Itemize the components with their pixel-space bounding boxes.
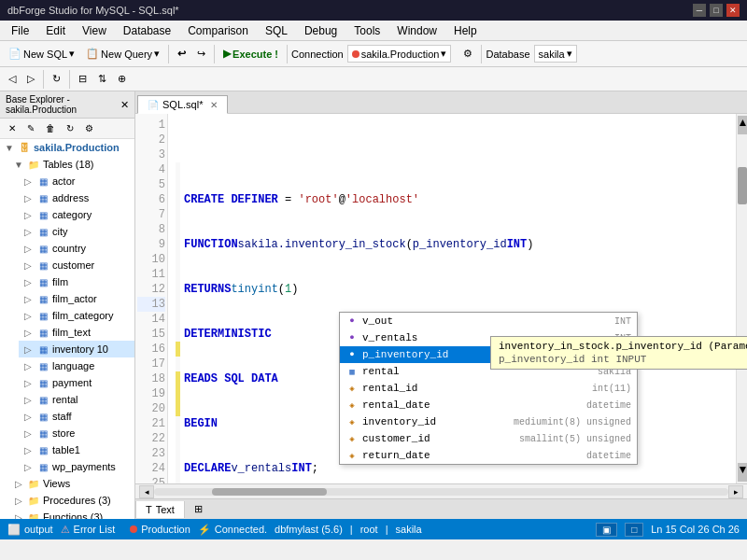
tree-views[interactable]: ▷ 📁 Views [9, 475, 134, 492]
scroll-down-button[interactable]: ▼ [738, 463, 747, 482]
menu-edit[interactable]: Edit [38, 22, 73, 39]
redo-button[interactable]: ↪ [192, 45, 210, 63]
tree-procedures[interactable]: ▷ 📁 Procedures (3) [9, 492, 134, 509]
tree-actor[interactable]: ▷ ▦ actor [19, 173, 134, 189]
tree-film-actor[interactable]: ▷ ▦ film_actor [19, 290, 134, 307]
scroll-thumb[interactable] [738, 167, 747, 204]
tree-wp-payments[interactable]: ▷ ▦ wp_payments [19, 458, 134, 475]
new-query-button[interactable]: 📋 New Query ▾ [81, 45, 164, 63]
tree-film-text[interactable]: ▷ ▦ film_text [19, 324, 134, 341]
menu-debug[interactable]: Debug [297, 22, 345, 39]
ac-item-customerid[interactable]: ◈ customer_id smallint(5) unsigned [340, 430, 637, 447]
menu-help[interactable]: Help [446, 22, 485, 39]
connection-dropdown[interactable]: sakila.Production ▾ [347, 45, 452, 63]
connection-label: Connection [291, 49, 344, 60]
scroll-left-button[interactable]: ◂ [139, 485, 154, 498]
horizontal-scrollbar[interactable]: ◂ ▸ [135, 483, 747, 498]
tree-language[interactable]: ▷ ▦ language [19, 357, 134, 374]
menu-view[interactable]: View [75, 22, 114, 39]
status-error-list[interactable]: ⚠ Error List [61, 524, 116, 536]
close-button[interactable]: ✕ [726, 4, 740, 17]
vertical-scrollbar[interactable]: ▲ ▼ [736, 114, 747, 483]
tooltip-detail: p_inventory_id int INPUT [499, 354, 747, 365]
filter-button[interactable]: ⊟ [74, 70, 92, 88]
sort-button[interactable]: ⇅ [93, 70, 111, 88]
status-bar: ⬜ output ⚠ Error List Production ⚡ Conne… [0, 519, 747, 539]
tree-functions[interactable]: ▷ 📁 Functions (3) [9, 509, 134, 519]
tree-inventory[interactable]: ▷ ▦ inventory 10 [19, 341, 134, 357]
table-icon: ▦ [36, 410, 49, 423]
table-icon: ▦ [345, 365, 359, 378]
sidebar-close-button[interactable]: ✕ [120, 99, 129, 111]
new-sql-icon: 📄 [8, 48, 21, 60]
status-connected: ⚡ Connected. [198, 524, 267, 536]
sidebar-edit-button[interactable]: ✎ [22, 120, 39, 136]
new-sql-button[interactable]: 📄 New SQL ▾ [4, 45, 79, 63]
menu-comparison[interactable]: Comparison [180, 22, 256, 39]
sidebar-delete-button[interactable]: 🗑 [41, 120, 60, 136]
tree-tables-group[interactable]: ▼ 📁 Tables (18) [9, 156, 134, 173]
tree-root-label: sakila.Production [34, 142, 120, 153]
tables-label: Tables (18) [43, 159, 93, 170]
tree-film-category[interactable]: ▷ ▦ film_category [19, 307, 134, 324]
chevron-down-icon4: ▾ [567, 48, 572, 60]
tree-rental[interactable]: ▷ ▦ rental [19, 391, 134, 408]
grid-tab[interactable]: ⊞ [185, 500, 212, 518]
ac-item-returndate[interactable]: ◈ return_date datetime [340, 447, 637, 464]
tree-customer[interactable]: ▷ ▦ customer [19, 257, 134, 273]
chevron-down-icon3: ▾ [441, 48, 446, 60]
group-button[interactable]: ⊕ [113, 70, 131, 88]
status-version: dbfmylast (5.6) [275, 524, 343, 535]
code-line: CREATE DEFINER = 'root'@'localhost' [184, 192, 728, 207]
main-content: Base Explorer - sakila.Production ✕ ✕ ✎ … [0, 91, 747, 519]
undo-button[interactable]: ↩ [173, 45, 190, 63]
tab-label: SQL.sql* [162, 99, 203, 110]
sql-tab[interactable]: 📄 SQL.sql* ✕ [137, 95, 228, 114]
tree-city[interactable]: ▷ ▦ city [19, 223, 134, 240]
minimize-button[interactable]: ─ [693, 4, 706, 17]
tree-store[interactable]: ▷ ▦ store [19, 425, 134, 441]
menu-file[interactable]: File [4, 22, 36, 39]
tree-address[interactable]: ▷ ▦ address [19, 189, 134, 206]
sidebar-refresh-button[interactable]: ↻ [62, 120, 78, 136]
scroll-up-button[interactable]: ▲ [738, 116, 747, 134]
table-icon: ▦ [36, 225, 49, 238]
menu-sql[interactable]: SQL [258, 22, 295, 39]
tree-country[interactable]: ▷ ▦ country [19, 240, 134, 257]
ac-item-inventoryid[interactable]: ◈ inventory_id mediumint(8) unsigned [340, 413, 637, 430]
scroll-right-button[interactable]: ▸ [728, 485, 743, 498]
layout-button1[interactable]: ▣ [596, 523, 617, 537]
separator6 [69, 70, 70, 89]
layout-button2[interactable]: □ [625, 523, 643, 537]
sidebar-add-button[interactable]: ✕ [4, 120, 21, 136]
ac-item-vout[interactable]: ● v_out INT [340, 313, 637, 329]
connection-settings-button[interactable]: ⚙ [458, 45, 477, 63]
text-tab[interactable]: T Text [135, 501, 185, 518]
database-dropdown[interactable]: sakila ▾ [534, 45, 577, 63]
sidebar-props-button[interactable]: ⚙ [80, 120, 98, 136]
status-output[interactable]: ⬜ output [7, 524, 53, 536]
tree-staff[interactable]: ▷ ▦ staff [19, 408, 134, 425]
menu-database[interactable]: Database [116, 22, 178, 39]
column-icon: ◈ [345, 449, 359, 462]
menu-window[interactable]: Window [389, 22, 444, 39]
database-icon: 🗄 [18, 141, 31, 154]
tree-payment[interactable]: ▷ ▦ payment [19, 374, 134, 391]
tree-root[interactable]: ▼ 🗄 sakila.Production [0, 139, 134, 156]
maximize-button[interactable]: □ [710, 4, 723, 17]
tree-table1[interactable]: ▷ ▦ table1 [19, 441, 134, 458]
hscroll-thumb[interactable] [212, 488, 327, 496]
tree-film[interactable]: ▷ ▦ film [19, 273, 134, 290]
menu-tools[interactable]: Tools [346, 22, 388, 39]
hscroll-track[interactable] [154, 488, 728, 496]
autocomplete-dropdown[interactable]: ● v_out INT ● v_rentals INT ● p_inventor… [339, 312, 638, 465]
tree-category[interactable]: ▷ ▦ category [19, 206, 134, 223]
ac-item-rentalid[interactable]: ◈ rental_id int(11) [340, 380, 637, 397]
ac-item-rentaldate[interactable]: ◈ rental_date datetime [340, 397, 637, 413]
tables-folder-icon: 📁 [27, 158, 40, 171]
execute-button[interactable]: ▶ Execute ! [218, 45, 283, 63]
tab-close-button[interactable]: ✕ [210, 100, 218, 110]
refresh-button[interactable]: ↻ [48, 70, 65, 88]
back-button[interactable]: ◁ [4, 70, 21, 88]
forward-button[interactable]: ▷ [22, 70, 39, 88]
